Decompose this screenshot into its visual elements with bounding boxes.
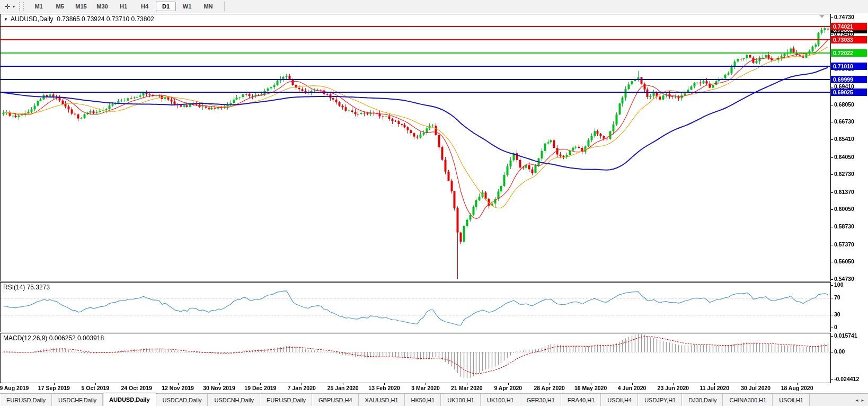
chart-tab-uk100-h1[interactable]: UK100,H1 <box>481 394 520 406</box>
rsi-label: RSI(14) 75.3273 <box>3 284 50 291</box>
chart-tab-uk100-h1[interactable]: UK100,H1 <box>441 394 481 406</box>
price-scale-label: 0.56050 <box>834 258 854 265</box>
chart-tab-hk50-h1[interactable]: HK50,H1 <box>405 394 441 406</box>
tab-scroll-controls: ◂ ▸ <box>852 394 868 406</box>
price-scale-label: 0.57370 <box>834 241 854 248</box>
toolbar-grip <box>19 2 24 11</box>
macd-scale-label: 0.00 <box>834 348 845 355</box>
chart-tab-eurusd-daily[interactable]: EURUSD,Daily <box>260 394 312 406</box>
rsi-scale-label: 0 <box>834 324 837 331</box>
chart-tab-xauusd-h1[interactable]: XAUUSD,H1 <box>359 394 405 406</box>
date-axis-label: 5 Oct 2019 <box>82 385 110 391</box>
date-axis-label: 29 Aug 2019 <box>0 385 29 391</box>
date-axis-label: 3 Mar 2020 <box>411 385 440 391</box>
symbol-tabbar: EURUSD,DailyUSDCHF,DailyAUDUSD,DailyUSDC… <box>0 393 868 406</box>
chart-tab-dj30-daily[interactable]: DJ30,Daily <box>682 394 723 406</box>
date-axis-label: 23 Jun 2020 <box>658 385 689 391</box>
chart-tab-gbpusd-h4[interactable]: GBPUSD,H4 <box>312 394 359 406</box>
hline-price-flag: 0.72022 <box>831 49 867 57</box>
date-axis-label: 30 Nov 2019 <box>203 385 235 391</box>
date-axis-label: 13 Feb 2020 <box>368 385 400 391</box>
date-axis-label: 30 Jul 2020 <box>741 385 770 391</box>
chart-tab-audusd-daily[interactable]: AUDUSD,Daily <box>103 393 156 406</box>
date-axis-label: 28 Apr 2020 <box>534 385 565 391</box>
tool-dropdown-arrow-icon[interactable]: ▾ <box>13 4 15 9</box>
date-axis-label: 19 Dec 2019 <box>244 385 276 391</box>
date-axis-label: 21 Mar 2020 <box>451 385 483 391</box>
price-scale-label: 0.64050 <box>834 154 854 161</box>
date-axis-label: 16 May 2020 <box>574 385 607 391</box>
price-scale-label: 0.74730 <box>834 14 854 21</box>
timeframe-button-m15[interactable]: M15 <box>71 2 91 11</box>
timeframe-button-m30[interactable]: M30 <box>92 2 112 11</box>
date-axis-label: 18 Aug 2020 <box>781 385 813 391</box>
timeframe-button-m1[interactable]: M1 <box>29 2 49 11</box>
chart-tab-usdcad-daily[interactable]: USDCAD,Daily <box>156 394 208 406</box>
chart-title: ▼AUDUSD,Daily 0.73865 0.73924 0.73710 0.… <box>4 15 154 23</box>
price-scale-label: 0.68050 <box>834 101 854 108</box>
timeframe-button-d1[interactable]: D1 <box>156 2 176 11</box>
date-axis-label: 25 Jan 2020 <box>327 385 359 391</box>
price-scale-label: 0.65410 <box>834 136 854 143</box>
macd-label: MACD(12,26,9) 0.006252 0.003918 <box>3 334 104 342</box>
timeframe-button-w1[interactable]: W1 <box>177 2 197 11</box>
date-axis-label: 12 Nov 2019 <box>162 385 194 391</box>
timeframe-button-h4[interactable]: H4 <box>135 2 155 11</box>
hline-price-flag: 0.69999 <box>831 76 867 83</box>
date-axis-label: 7 Jan 2020 <box>288 385 316 391</box>
date-axis-label: 24 Oct 2019 <box>121 385 152 391</box>
rsi-scale-label: 100 <box>834 281 844 288</box>
chart-tab-usdjpy-h1[interactable]: USDJPY,H1 <box>638 394 682 406</box>
toolbar-separator <box>224 2 225 11</box>
timeframe-button-m5[interactable]: M5 <box>50 2 70 11</box>
crosshair-tool-icon[interactable]: ✛ <box>2 2 13 11</box>
price-scale-label: 0.58730 <box>834 223 854 230</box>
timeframe-button-h1[interactable]: H1 <box>113 2 134 11</box>
hline-price-flag: 0.71010 <box>831 63 867 70</box>
chart-tab-usdcnh-daily[interactable]: USDCNH,Daily <box>208 394 260 406</box>
price-scale-label: 0.66730 <box>834 118 854 125</box>
chart-tab-china300-h1[interactable]: CHINA300,H1 <box>723 394 773 406</box>
date-axis-label: 17 Sep 2019 <box>38 385 70 391</box>
hline-price-flag: 0.73033 <box>831 36 867 43</box>
chart-tab-usdchf-daily[interactable]: USDCHF,Daily <box>52 394 103 406</box>
timeframe-button-mn[interactable]: MN <box>198 2 218 11</box>
date-axis-label: 9 Apr 2020 <box>494 385 522 391</box>
price-scale-label: 0.61370 <box>834 189 854 196</box>
rsi-scale-label: 30 <box>834 311 840 318</box>
tab-scroll-right-icon[interactable]: ▸ <box>861 398 864 403</box>
chart-tab-ger30-h1[interactable]: GER30,H1 <box>520 394 561 406</box>
chart-ohlc-values: 0.73865 0.73924 0.73710 0.73802 <box>57 15 154 23</box>
chart-canvas[interactable] <box>0 0 868 406</box>
price-scale-label: 0.62730 <box>834 171 854 178</box>
chart-dropdown-icon[interactable]: ▼ <box>4 17 8 22</box>
chart-tab-usoil-h4[interactable]: USOil,H4 <box>601 394 638 406</box>
hline-price-flag: 0.74021 <box>831 23 867 30</box>
tab-scroll-left-icon[interactable]: ◂ <box>856 398 858 403</box>
chart-tab-eurusd-daily[interactable]: EURUSD,Daily <box>0 394 52 406</box>
macd-scale-label: -0.024412 <box>834 376 859 383</box>
date-axis-label: 11 Jul 2020 <box>700 385 729 391</box>
date-axis-label: 4 Jun 2020 <box>618 385 646 391</box>
hline-price-flag: 0.69025 <box>831 89 867 96</box>
rsi-scale-label: 70 <box>834 294 840 301</box>
top-toolbar: ✛ ▾ M1M5M15M30H1H4D1W1MN <box>0 0 868 13</box>
price-scale-label: 0.60050 <box>834 206 854 213</box>
chart-tab-fra40-h1[interactable]: FRA40,H1 <box>561 394 601 406</box>
chart-symbol-period: AUDUSD,Daily <box>11 15 54 23</box>
macd-scale-label: 0.015741 <box>834 332 857 339</box>
chart-tab-usoil-h1[interactable]: USOil,H1 <box>773 394 810 406</box>
